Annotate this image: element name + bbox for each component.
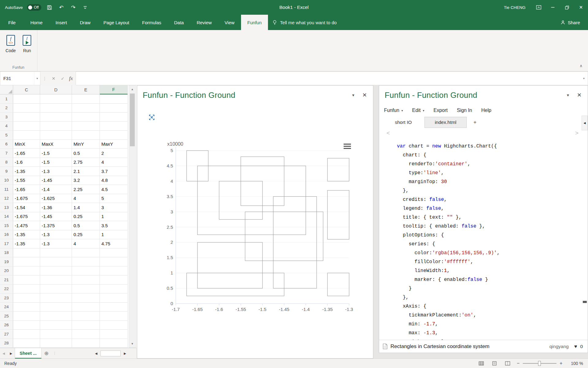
row-header-24[interactable]: 24: [0, 303, 13, 312]
ribbon-tab-draw[interactable]: Draw: [74, 15, 97, 30]
name-box[interactable]: F31 ▾: [0, 71, 40, 85]
cell-C16[interactable]: -1.35: [13, 230, 40, 240]
cell-D13[interactable]: -1.36: [40, 203, 72, 212]
cell-C26[interactable]: [13, 321, 40, 330]
tabs-scroll-left-button[interactable]: <: [386, 130, 390, 136]
cell-C4[interactable]: [13, 122, 40, 131]
cell-F22[interactable]: [100, 285, 128, 294]
cell-C15[interactable]: -1.475: [13, 221, 40, 230]
row-header-8[interactable]: 8: [0, 158, 13, 167]
cell-E26[interactable]: [72, 321, 100, 330]
script-title[interactable]: Rectangles in Cartesian coordinate syste…: [390, 343, 546, 350]
row-header-19[interactable]: 19: [0, 257, 13, 266]
cell-F8[interactable]: 4: [100, 158, 128, 167]
cell-F24[interactable]: [100, 303, 128, 312]
cell-C2[interactable]: [13, 104, 40, 113]
editor-scrollbar-thumb[interactable]: [583, 301, 587, 303]
cell-D7[interactable]: -1.5: [40, 149, 72, 158]
cell-D14[interactable]: -1.45: [40, 212, 72, 221]
row-header-13[interactable]: 13: [0, 203, 13, 212]
sheet-tab[interactable]: Sheet ...: [15, 348, 42, 358]
cell-D16[interactable]: -1.3: [40, 230, 72, 240]
cell-E12[interactable]: 4: [72, 194, 100, 203]
prev-sheet-button[interactable]: ◀: [0, 352, 7, 355]
confirm-entry-button[interactable]: ✓: [58, 71, 67, 85]
menu-edit[interactable]: Edit▾: [412, 108, 424, 113]
cell-F9[interactable]: 3.7: [100, 167, 128, 176]
expand-formula-bar-button[interactable]: ▾: [580, 71, 588, 85]
formula-bar-divider[interactable]: ⋮: [40, 71, 49, 85]
cell-E9[interactable]: 2.1: [72, 167, 100, 176]
zoom-slider[interactable]: [523, 360, 556, 366]
cell-C20[interactable]: [13, 266, 40, 276]
autosave-toggle[interactable]: Off: [27, 4, 42, 11]
tabs-scroll-right-button[interactable]: >: [575, 130, 579, 136]
code-button[interactable]: f</> Code: [3, 33, 18, 55]
new-tab-button[interactable]: +: [467, 117, 483, 128]
cell-F2[interactable]: [100, 104, 128, 113]
cell-C6[interactable]: MinX: [13, 140, 40, 149]
cell-C19[interactable]: [13, 257, 40, 266]
cell-E25[interactable]: [72, 312, 100, 321]
cell-E18[interactable]: [72, 248, 100, 258]
row-header-17[interactable]: 17: [0, 239, 13, 248]
cell-F21[interactable]: [100, 275, 128, 285]
chart-pane-close-button[interactable]: ✕: [362, 92, 367, 98]
cell-F13[interactable]: 3: [100, 203, 128, 212]
editor-tab-short-io[interactable]: short IO: [382, 117, 424, 128]
ribbon-tab-review[interactable]: Review: [190, 15, 218, 30]
cancel-entry-button[interactable]: ✕: [49, 71, 58, 85]
cell-D27[interactable]: [40, 330, 72, 339]
row-header-21[interactable]: 21: [0, 275, 13, 285]
formula-input[interactable]: [76, 71, 580, 85]
column-header-D[interactable]: D: [40, 85, 72, 94]
column-header-E[interactable]: E: [72, 85, 100, 94]
cell-F20[interactable]: [100, 266, 128, 276]
row-header-9[interactable]: 9: [0, 167, 13, 176]
row-header-4[interactable]: 4: [0, 122, 13, 131]
cell-E19[interactable]: [72, 257, 100, 266]
cell-D24[interactable]: [40, 303, 72, 312]
cell-E14[interactable]: 0.25: [72, 212, 100, 221]
cell-C8[interactable]: -1.6: [13, 158, 40, 167]
zoom-out-button[interactable]: −: [516, 361, 520, 366]
minimize-button[interactable]: [546, 0, 560, 15]
ribbon-tab-page-layout[interactable]: Page Layout: [97, 15, 136, 30]
ribbon-display-options-button[interactable]: [532, 0, 546, 15]
cell-F15[interactable]: 3.5: [100, 221, 128, 230]
cell-C5[interactable]: [13, 131, 40, 140]
menu-funfun[interactable]: Funfun▾: [384, 108, 403, 113]
cell-E3[interactable]: [72, 113, 100, 122]
row-header-15[interactable]: 15: [0, 221, 13, 230]
menu-help[interactable]: Help: [481, 108, 492, 113]
cell-D17[interactable]: -1.3: [40, 239, 72, 248]
row-header-1[interactable]: 1: [0, 94, 13, 104]
zoom-slider-handle[interactable]: [538, 361, 541, 366]
row-header-3[interactable]: 3: [0, 113, 13, 122]
hscroll-left-button[interactable]: ◀: [92, 352, 100, 355]
cell-E24[interactable]: [72, 303, 100, 312]
new-sheet-button[interactable]: ⊕: [42, 350, 51, 357]
cell-E15[interactable]: 0.5: [72, 221, 100, 230]
row-header-27[interactable]: 27: [0, 330, 13, 339]
cell-E16[interactable]: 0.25: [72, 230, 100, 240]
cell-F26[interactable]: [100, 321, 128, 330]
sheet-bar-splitter[interactable]: ⋮: [51, 351, 58, 355]
cell-F1[interactable]: [100, 94, 128, 104]
cell-E13[interactable]: 1.4: [72, 203, 100, 212]
cell-F10[interactable]: 4.8: [100, 176, 128, 185]
row-header-11[interactable]: 11: [0, 185, 13, 194]
cell-E2[interactable]: [72, 104, 100, 113]
code-editor[interactable]: var chart = new Highcharts.Chart({ chart…: [379, 139, 588, 340]
cell-C23[interactable]: [13, 293, 40, 303]
redo-button[interactable]: ↷: [69, 2, 77, 13]
row-header-2[interactable]: 2: [0, 104, 13, 113]
close-button[interactable]: ✕: [574, 0, 588, 15]
page-break-view-button[interactable]: [503, 360, 512, 367]
cell-C11[interactable]: -1.65: [13, 185, 40, 194]
next-sheet-button[interactable]: ▶: [7, 352, 15, 355]
ribbon-tab-data[interactable]: Data: [168, 15, 190, 30]
row-header-25[interactable]: 25: [0, 312, 13, 321]
editor-pane-close-button[interactable]: ✕: [577, 92, 582, 98]
zoom-in-button[interactable]: +: [559, 361, 563, 366]
